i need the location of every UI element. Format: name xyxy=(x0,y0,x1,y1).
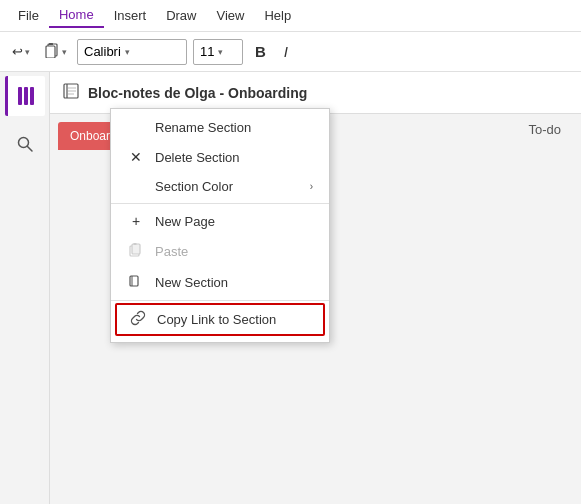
color-label: Section Color xyxy=(155,179,233,194)
sidebar-search[interactable] xyxy=(5,124,45,164)
main-layout: Bloc-notes de Olga - Onboarding Onboardi… xyxy=(0,72,581,504)
new-page-icon: + xyxy=(127,213,145,229)
notebook-icon xyxy=(62,82,80,104)
svg-rect-1 xyxy=(46,46,55,58)
menu-item-rename-section[interactable]: Rename Section xyxy=(111,113,329,142)
copy-link-icon xyxy=(129,310,147,329)
new-page-label: New Page xyxy=(155,214,215,229)
svg-rect-4 xyxy=(24,87,28,105)
menu-item-delete-section[interactable]: ✕ Delete Section xyxy=(111,142,329,172)
paste-icon xyxy=(127,243,145,260)
italic-button[interactable]: I xyxy=(278,43,294,60)
font-size: 11 xyxy=(200,44,214,59)
menu-view[interactable]: View xyxy=(207,4,255,27)
svg-rect-3 xyxy=(18,87,22,105)
submenu-arrow-icon: › xyxy=(310,181,313,192)
undo-icon: ↩ xyxy=(12,44,23,59)
menu-help[interactable]: Help xyxy=(254,4,301,27)
clipboard-chevron: ▾ xyxy=(62,47,67,57)
menu-bar: File Home Insert Draw View Help xyxy=(0,0,581,32)
menu-home[interactable]: Home xyxy=(49,3,104,28)
delete-icon: ✕ xyxy=(127,149,145,165)
menu-insert[interactable]: Insert xyxy=(104,4,157,27)
notebooks-icon xyxy=(15,85,37,107)
clipboard-icon xyxy=(44,42,60,61)
notebook-title: Bloc-notes de Olga - Onboarding xyxy=(88,85,307,101)
clipboard-button[interactable]: ▾ xyxy=(40,39,71,64)
todo-label: To-do xyxy=(528,122,561,137)
menu-draw[interactable]: Draw xyxy=(156,4,206,27)
svg-rect-2 xyxy=(49,43,53,45)
font-selector[interactable]: Calibri ▾ xyxy=(77,39,187,65)
copy-link-label: Copy Link to Section xyxy=(157,312,276,327)
font-size-selector[interactable]: 11 ▾ xyxy=(193,39,243,65)
svg-line-7 xyxy=(27,147,32,152)
menu-file[interactable]: File xyxy=(8,4,49,27)
menu-item-copy-link[interactable]: Copy Link to Section xyxy=(115,303,325,336)
search-icon xyxy=(16,135,34,153)
delete-label: Delete Section xyxy=(155,150,240,165)
svg-rect-15 xyxy=(134,243,137,245)
divider-1 xyxy=(111,203,329,204)
context-menu: Rename Section ✕ Delete Section Section … xyxy=(110,108,330,343)
undo-chevron: ▾ xyxy=(25,47,30,57)
new-section-label: New Section xyxy=(155,275,228,290)
toolbar: ↩ ▾ ▾ Calibri ▾ 11 ▾ B I xyxy=(0,32,581,72)
divider-2 xyxy=(111,300,329,301)
rename-label: Rename Section xyxy=(155,120,251,135)
new-section-icon xyxy=(127,274,145,291)
sidebar-notebooks[interactable] xyxy=(5,76,45,116)
size-chevron: ▾ xyxy=(218,47,223,57)
content-area: Bloc-notes de Olga - Onboarding Onboardi… xyxy=(50,72,581,504)
bold-button[interactable]: B xyxy=(249,43,272,60)
svg-rect-16 xyxy=(130,276,138,286)
svg-rect-5 xyxy=(30,87,34,105)
svg-rect-14 xyxy=(132,244,140,254)
paste-label: Paste xyxy=(155,244,188,259)
undo-button[interactable]: ↩ ▾ xyxy=(8,41,34,62)
font-chevron: ▾ xyxy=(125,47,130,57)
menu-item-section-color[interactable]: Section Color › xyxy=(111,172,329,201)
sidebar xyxy=(0,72,50,504)
font-name: Calibri xyxy=(84,44,121,59)
menu-item-new-section[interactable]: New Section xyxy=(111,267,329,298)
menu-item-paste: Paste xyxy=(111,236,329,267)
menu-item-new-page[interactable]: + New Page xyxy=(111,206,329,236)
